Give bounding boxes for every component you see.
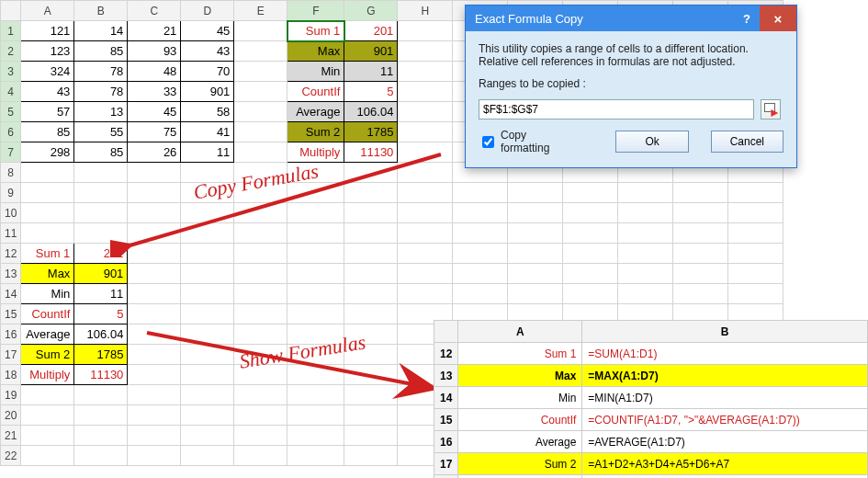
cell[interactable] [181, 163, 234, 183]
cell[interactable] [234, 405, 287, 426]
ok-button[interactable]: Ok [615, 131, 688, 153]
row-hdr-14[interactable]: 14 [1, 284, 21, 304]
cell[interactable] [287, 284, 344, 304]
cell[interactable] [128, 284, 181, 304]
cell[interactable] [128, 385, 181, 405]
close-button[interactable]: × [760, 6, 796, 31]
cell[interactable]: 11 [74, 284, 128, 304]
dialog-titlebar[interactable]: Exact Formula Copy ? × [466, 6, 796, 31]
cell[interactable] [673, 264, 728, 284]
cell[interactable]: 106.04 [344, 102, 398, 122]
cell[interactable] [673, 223, 728, 244]
cell[interactable] [181, 345, 234, 365]
cell[interactable] [234, 324, 287, 345]
cell[interactable]: 1785 [74, 345, 128, 365]
formula-table[interactable]: A B 12Sum 1=SUM(A1:D1)13Max=MAX(A1:D7)14… [434, 320, 868, 478]
cell[interactable]: Average [287, 102, 344, 122]
cell[interactable] [398, 62, 453, 82]
cell[interactable] [398, 203, 453, 223]
cell[interactable] [344, 304, 398, 324]
cell[interactable] [21, 223, 74, 244]
cell[interactable] [563, 244, 618, 264]
cell[interactable] [344, 264, 398, 284]
cell[interactable]: 75 [128, 122, 181, 142]
cell[interactable]: Average [21, 324, 74, 345]
col-hdr-g[interactable]: G [344, 1, 398, 21]
cell[interactable] [398, 244, 453, 264]
row-hdr-7[interactable]: 7 [1, 142, 21, 163]
cell[interactable] [344, 244, 398, 264]
cell[interactable]: 13 [74, 102, 128, 122]
cell[interactable] [287, 324, 344, 345]
cell[interactable] [453, 264, 508, 284]
cell[interactable] [128, 244, 181, 264]
cell[interactable] [618, 183, 673, 203]
cell[interactable]: 123 [21, 41, 74, 62]
row-hdr-15[interactable]: 15 [1, 304, 21, 324]
cell[interactable] [128, 264, 181, 284]
cell[interactable] [728, 244, 783, 264]
row-hdr-21[interactable]: 21 [1, 426, 21, 446]
cell[interactable] [234, 284, 287, 304]
row-hdr-17[interactable]: 17 [1, 345, 21, 365]
cell[interactable] [287, 345, 344, 365]
ftab-label[interactable]: Max [458, 365, 582, 387]
row-hdr-18[interactable]: 18 [1, 365, 21, 385]
cell[interactable] [74, 385, 128, 405]
cell[interactable]: 11130 [74, 365, 128, 385]
cell[interactable] [618, 244, 673, 264]
cell[interactable] [234, 446, 287, 466]
cell[interactable] [181, 203, 234, 223]
cell[interactable] [508, 284, 563, 304]
cell[interactable]: 43 [181, 41, 234, 62]
cell[interactable] [234, 203, 287, 223]
cell[interactable] [181, 183, 234, 203]
row-hdr-4[interactable]: 4 [1, 82, 21, 102]
cell[interactable] [344, 203, 398, 223]
row-hdr-5[interactable]: 5 [1, 102, 21, 122]
cell[interactable] [181, 304, 234, 324]
cell[interactable] [673, 284, 728, 304]
cell[interactable] [344, 446, 398, 466]
cell[interactable] [234, 163, 287, 183]
cell[interactable] [128, 163, 181, 183]
cell[interactable]: 78 [74, 62, 128, 82]
cell[interactable]: 57 [21, 102, 74, 122]
cell[interactable] [234, 183, 287, 203]
cancel-button[interactable]: Cancel [711, 131, 783, 153]
cell[interactable] [398, 122, 453, 142]
cell[interactable]: 85 [74, 41, 128, 62]
ftab-rowhdr[interactable]: 18 [434, 475, 458, 479]
cell[interactable] [74, 405, 128, 426]
cell[interactable] [234, 41, 287, 62]
row-hdr-10[interactable]: 10 [1, 203, 21, 223]
cell[interactable] [287, 163, 344, 183]
cell[interactable]: 26 [128, 142, 181, 163]
cell[interactable] [181, 385, 234, 405]
ftab-formula[interactable]: =SUM(A1:D1) [582, 343, 868, 365]
cell[interactable]: 14 [74, 21, 128, 41]
cell[interactable]: 11 [181, 142, 234, 163]
cell[interactable]: 901 [181, 82, 234, 102]
help-button[interactable]: ? [734, 8, 760, 28]
cell[interactable]: Max [21, 264, 74, 284]
cell[interactable]: 33 [128, 82, 181, 102]
cell[interactable]: 201 [344, 21, 398, 41]
cell[interactable] [398, 142, 453, 163]
cell[interactable]: 201 [74, 244, 128, 264]
cell[interactable]: Sum 1 [21, 244, 74, 264]
copy-formatting-checkbox[interactable]: Copy formatting [479, 129, 571, 154]
cell[interactable]: 5 [74, 304, 128, 324]
cell[interactable] [287, 426, 344, 446]
col-hdr-h[interactable]: H [398, 1, 453, 21]
cell[interactable]: 93 [128, 41, 181, 62]
cell[interactable] [398, 284, 453, 304]
cell[interactable] [728, 203, 783, 223]
cell[interactable] [128, 426, 181, 446]
cell[interactable] [181, 264, 234, 284]
cell[interactable]: 21 [128, 21, 181, 41]
cell[interactable] [128, 304, 181, 324]
cell[interactable] [344, 385, 398, 405]
cell[interactable]: 901 [74, 264, 128, 284]
cell[interactable] [128, 223, 181, 244]
